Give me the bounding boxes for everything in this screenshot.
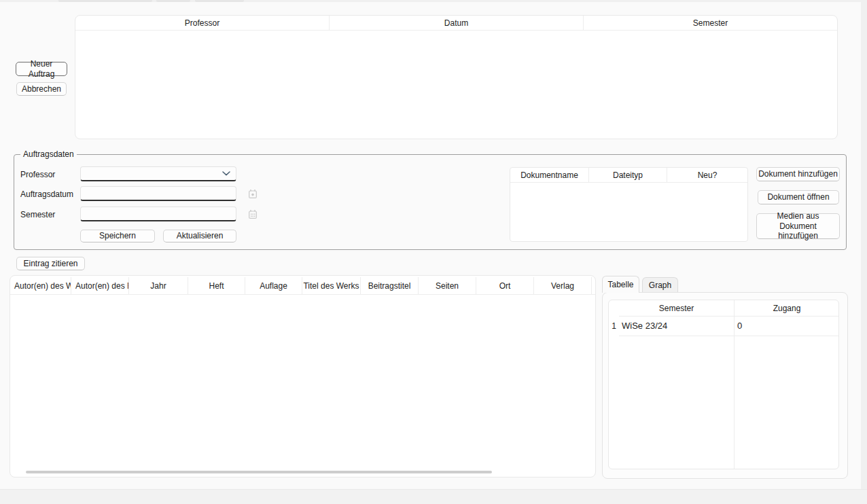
documents-column-name[interactable]: Dokumentname xyxy=(510,168,589,182)
documents-table-body[interactable] xyxy=(510,183,747,241)
documents-column-new[interactable]: Neu? xyxy=(667,168,747,182)
citations-column-issue[interactable]: Heft xyxy=(188,277,245,294)
semester-field[interactable] xyxy=(80,206,236,221)
professor-combobox[interactable] xyxy=(80,166,236,181)
citations-column-contribution-authors[interactable]: Autor(en) des Beitrags xyxy=(71,277,129,294)
update-button[interactable]: Aktualisieren xyxy=(163,230,236,242)
add-document-button[interactable]: Dokument hinzufügen xyxy=(756,167,840,181)
order-date-label: Auftragsdatum xyxy=(20,190,73,199)
stats-column-semester[interactable]: Semester xyxy=(619,300,734,316)
stats-row-semester[interactable]: WiSe 23/24 xyxy=(622,316,732,336)
citations-column-place[interactable]: Ort xyxy=(476,277,534,294)
semester-input[interactable] xyxy=(81,207,236,220)
orders-column-datum[interactable]: Datum xyxy=(330,16,584,30)
tab-tabelle[interactable]: Tabelle xyxy=(602,276,639,293)
top-edge-segment xyxy=(195,0,244,2)
citations-column-year[interactable]: Jahr xyxy=(129,277,188,294)
order-date-field[interactable] xyxy=(80,186,236,201)
documents-table: Dokumentname Dateityp Neu? xyxy=(510,167,748,242)
stats-row-number[interactable]: 1 xyxy=(609,316,619,336)
top-edge-segment xyxy=(58,0,152,2)
orders-table-header: Professor Datum Semester xyxy=(75,16,837,31)
citations-table: Autor(en) des Werks Autor(en) des Beitra… xyxy=(10,275,596,478)
status-bar xyxy=(0,489,867,504)
citations-column-work-authors[interactable]: Autor(en) des Werks xyxy=(10,277,71,294)
stats-row-divider xyxy=(619,336,839,336)
top-edge-segment xyxy=(156,0,190,2)
documents-column-filetype[interactable]: Dateityp xyxy=(589,168,667,182)
citations-column-publisher[interactable]: Verlag xyxy=(534,277,592,294)
citations-column-contribution-title[interactable]: Beitragstitel xyxy=(361,277,419,294)
calendar-today-icon[interactable] xyxy=(247,188,258,199)
save-button[interactable]: Speichern xyxy=(80,230,155,242)
citations-column-pages[interactable]: Seiten xyxy=(419,277,476,294)
stats-column-divider xyxy=(734,300,735,469)
cancel-button[interactable]: Abbrechen xyxy=(16,82,67,96)
citations-column-edition[interactable]: Auflage xyxy=(245,277,302,294)
orders-column-semester[interactable]: Semester xyxy=(584,16,837,30)
orders-table: Professor Datum Semester xyxy=(75,15,838,139)
semester-label: Semester xyxy=(20,210,55,219)
chevron-down-icon xyxy=(222,171,230,176)
window-right-edge xyxy=(861,0,867,489)
citations-table-header: Autor(en) des Werks Autor(en) des Beitra… xyxy=(10,277,595,295)
professor-label: Professor xyxy=(20,170,55,179)
stats-row-zugang[interactable]: 0 xyxy=(737,316,838,336)
new-order-button[interactable]: Neuer Auftrag xyxy=(16,62,67,76)
citations-table-body[interactable] xyxy=(10,295,595,470)
professor-input[interactable] xyxy=(81,167,222,180)
order-date-input[interactable] xyxy=(81,187,236,200)
stats-panel: Semester Zugang 1 WiSe 23/24 0 xyxy=(602,292,848,479)
orders-table-body[interactable] xyxy=(75,31,837,139)
orders-column-professor[interactable]: Professor xyxy=(75,16,330,30)
stats-table: Semester Zugang 1 WiSe 23/24 0 xyxy=(608,300,839,469)
open-document-button[interactable]: Dokument öffnen xyxy=(758,190,839,204)
calendar-grid-icon[interactable] xyxy=(247,209,258,219)
citations-column-work-title[interactable]: Titel des Werks xyxy=(302,277,361,294)
horizontal-scrollbar[interactable] xyxy=(26,471,492,473)
order-form-title: Auftragsdaten xyxy=(20,149,77,159)
documents-table-header: Dokumentname Dateityp Neu? xyxy=(510,168,747,183)
app-window: Professor Datum Semester Neuer Auftrag A… xyxy=(0,0,867,504)
stats-column-zugang[interactable]: Zugang xyxy=(734,300,839,316)
citations-column-spacer xyxy=(592,277,595,294)
add-media-button[interactable]: Medien aus Dokument hinzufügen xyxy=(756,213,840,239)
tab-graph[interactable]: Graph xyxy=(642,277,678,293)
window-top-edge xyxy=(0,0,867,2)
cite-entry-button[interactable]: Eintrag zitieren xyxy=(16,257,85,270)
